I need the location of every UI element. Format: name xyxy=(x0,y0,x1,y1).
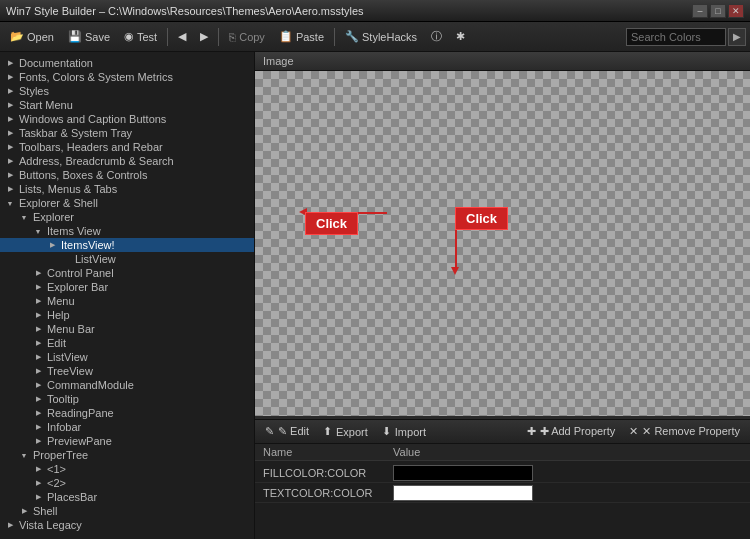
tree-item[interactable]: ▶Infobar xyxy=(0,420,254,434)
tree-arrow-icon: ▶ xyxy=(32,365,44,377)
tree-item[interactable]: ▼ProperTree xyxy=(0,448,254,462)
title-bar-controls: – □ ✕ xyxy=(692,4,744,18)
edit-icon: ✎ xyxy=(265,425,274,438)
import-button[interactable]: ⬇ Import xyxy=(376,423,432,440)
separator-2 xyxy=(218,28,219,46)
tree-item-label: Windows and Caption Buttons xyxy=(16,113,166,125)
close-button[interactable]: ✕ xyxy=(728,4,744,18)
tree-item-label: Styles xyxy=(16,85,49,97)
tree-item[interactable]: ▶Toolbars, Headers and Rebar xyxy=(0,140,254,154)
tree-item-label: Explorer xyxy=(30,211,74,223)
tree-item-label: Taskbar & System Tray xyxy=(16,127,132,139)
tree-item[interactable]: ▶Tooltip xyxy=(0,392,254,406)
tree-item[interactable]: ▶Menu xyxy=(0,294,254,308)
tree-item[interactable]: ▶Control Panel xyxy=(0,266,254,280)
tree-arrow-icon: ▶ xyxy=(32,337,44,349)
tree-item[interactable]: ▶ReadingPane xyxy=(0,406,254,420)
tree-item[interactable]: ▶ListView xyxy=(0,350,254,364)
tree-item[interactable]: ▶ListView xyxy=(0,252,254,266)
tree-item[interactable]: ▶<2> xyxy=(0,476,254,490)
tree-arrow-icon: ▶ xyxy=(4,519,16,531)
prop-value-box[interactable] xyxy=(393,465,533,481)
remove-property-button[interactable]: ✕ ✕ Remove Property xyxy=(623,423,746,440)
tree-item[interactable]: ▶Styles xyxy=(0,84,254,98)
tree-item[interactable]: ▶ItemsView! xyxy=(0,238,254,252)
tree-arrow-icon: ▶ xyxy=(32,393,44,405)
tree-item-label: Documentation xyxy=(16,57,93,69)
test-button[interactable]: ◉ Test xyxy=(118,27,163,46)
import-icon: ⬇ xyxy=(382,425,391,438)
tree-item[interactable]: ▶Documentation xyxy=(0,56,254,70)
tree-item[interactable]: ▶Buttons, Boxes & Controls xyxy=(0,168,254,182)
tree-item[interactable]: ▶CommandModule xyxy=(0,378,254,392)
stylehacks-button[interactable]: 🔧 StyleHacks xyxy=(339,27,423,46)
tree-item[interactable]: ▶Lists, Menus & Tabs xyxy=(0,182,254,196)
prop-row: TEXTCOLOR:COLOR xyxy=(255,483,750,503)
tree-item[interactable]: ▶Explorer Bar xyxy=(0,280,254,294)
add-property-button[interactable]: ✚ ✚ Add Property xyxy=(521,423,622,440)
tree-arrow-icon: ▶ xyxy=(4,71,16,83)
tree-arrow-icon: ▶ xyxy=(32,267,44,279)
click-label-2: Click xyxy=(455,207,508,230)
tree-item[interactable]: ▶Windows and Caption Buttons xyxy=(0,112,254,126)
title-bar: Win7 Style Builder – C:\Windows\Resource… xyxy=(0,0,750,22)
maximize-button[interactable]: □ xyxy=(710,4,726,18)
open-button[interactable]: 📂 Open xyxy=(4,27,60,46)
tree-item-label: Address, Breadcrumb & Search xyxy=(16,155,174,167)
forward-button[interactable]: ▶ xyxy=(194,27,214,46)
prop-value-box[interactable] xyxy=(393,485,533,501)
tree-item[interactable]: ▶Vista Legacy xyxy=(0,518,254,532)
edit-button[interactable]: ✎ ✎ Edit xyxy=(259,423,315,440)
export-button[interactable]: ⬆ Export xyxy=(317,423,374,440)
tree-item[interactable]: ▼Explorer & Shell xyxy=(0,196,254,210)
tree-item[interactable]: ▶Fonts, Colors & System Metrics xyxy=(0,70,254,84)
tree-item-label: Infobar xyxy=(44,421,81,433)
title-bar-text: Win7 Style Builder – C:\Windows\Resource… xyxy=(6,5,364,17)
tree-item-label: Menu Bar xyxy=(44,323,95,335)
info-button[interactable]: ⓘ xyxy=(425,26,448,47)
tree-item[interactable]: ▶Help xyxy=(0,308,254,322)
separator-3 xyxy=(334,28,335,46)
back-button[interactable]: ◀ xyxy=(172,27,192,46)
tree-arrow-icon: ▶ xyxy=(32,281,44,293)
search-button[interactable]: ▶ xyxy=(728,28,746,46)
tree-item[interactable]: ▶Taskbar & System Tray xyxy=(0,126,254,140)
tree-arrow-icon: ▶ xyxy=(32,421,44,433)
tree-item[interactable]: ▶<1> xyxy=(0,462,254,476)
radio-icon: ◉ xyxy=(124,30,134,43)
tree-item[interactable]: ▶PreviewPane xyxy=(0,434,254,448)
tree-arrow-icon: ▶ xyxy=(4,169,16,181)
props-table: FILLCOLOR:COLORTEXTCOLOR:COLOR xyxy=(255,461,750,539)
tree-arrow-icon: ▶ xyxy=(32,491,44,503)
tree-arrow-icon: ▶ xyxy=(32,309,44,321)
tree-item[interactable]: ▶Menu Bar xyxy=(0,322,254,336)
back-icon: ◀ xyxy=(178,30,186,43)
tree-item[interactable]: ▶Edit xyxy=(0,336,254,350)
tree-item[interactable]: ▶Shell xyxy=(0,504,254,518)
save-button[interactable]: 💾 Save xyxy=(62,27,116,46)
image-canvas xyxy=(255,71,750,416)
tree-item[interactable]: ▶Start Menu xyxy=(0,98,254,112)
extra-button[interactable]: ✱ xyxy=(450,27,471,46)
tree-item[interactable]: ▶TreeView xyxy=(0,364,254,378)
col-value-header: Value xyxy=(393,446,742,458)
tree-arrow-icon: ▶ xyxy=(4,99,16,111)
copy-button[interactable]: ⎘ Copy xyxy=(223,28,271,46)
tree-item[interactable]: ▶Address, Breadcrumb & Search xyxy=(0,154,254,168)
tree-arrow-icon: ▶ xyxy=(32,463,44,475)
tree-arrow-icon: ▶ xyxy=(4,141,16,153)
tree-arrow-icon: ▶ xyxy=(4,183,16,195)
tree-item[interactable]: ▼Items View xyxy=(0,224,254,238)
search-input[interactable] xyxy=(626,28,726,46)
tree-item-label: Toolbars, Headers and Rebar xyxy=(16,141,163,153)
minimize-button[interactable]: – xyxy=(692,4,708,18)
sidebar-tree: ▶Documentation▶Fonts, Colors & System Me… xyxy=(0,52,255,539)
toolbar: 📂 Open 💾 Save ◉ Test ◀ ▶ ⎘ Copy 📋 Paste … xyxy=(0,22,750,52)
tree-item-label: Start Menu xyxy=(16,99,73,111)
tree-item[interactable]: ▼Explorer xyxy=(0,210,254,224)
tree-item[interactable]: ▶PlacesBar xyxy=(0,490,254,504)
paste-button[interactable]: 📋 Paste xyxy=(273,27,330,46)
tree-item-label: <1> xyxy=(44,463,66,475)
image-panel: Image Click Click xyxy=(255,52,750,419)
col-name-header: Name xyxy=(263,446,393,458)
